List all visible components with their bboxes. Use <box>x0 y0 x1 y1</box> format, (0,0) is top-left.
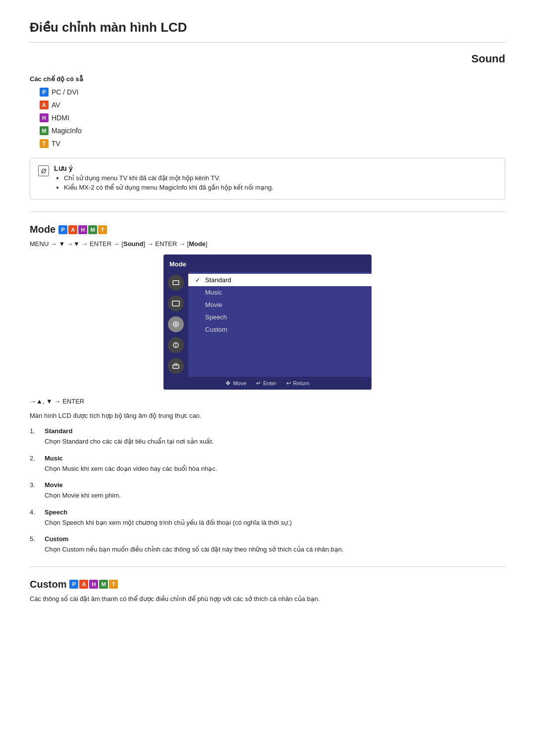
menu-item-custom[interactable]: Custom <box>188 323 372 336</box>
mode-badge-p: P <box>58 225 67 234</box>
menu-item-movie-label: Movie <box>205 301 222 308</box>
menu-item-speech-label: Speech <box>205 313 227 321</box>
mode-badge-t: T <box>98 225 107 234</box>
list-item-speech: 4. Speech Chọn Speech khi bạn xem một ch… <box>30 508 505 528</box>
num-content-custom: Custom Chọn Custom nếu bạn muốn điều chỉ… <box>45 535 344 554</box>
badge-m: M <box>40 126 49 135</box>
custom-badge-h: H <box>89 580 98 589</box>
menu-body: ✓ Standard Music Movie Speech Cust <box>163 272 372 377</box>
menu-item-speech[interactable]: Speech <box>188 311 372 323</box>
menu-item-music[interactable]: Music <box>188 286 372 299</box>
item-desc-custom: Chọn Custom nếu bạn muốn điều chỉnh các … <box>45 545 344 554</box>
list-item-movie: 3. Movie Chọn Movie khi xem phim. <box>30 481 505 501</box>
enter-instruction: →▲, ▼ → ENTER <box>30 398 505 405</box>
menu-screenshot: Mode <box>163 254 372 390</box>
mode-label-magicinfo: MagicInfo <box>52 127 82 135</box>
item-desc-speech: Chọn Speech khi bạn xem một chương trình… <box>45 518 292 528</box>
custom-description: Các thông số cài đặt âm thanh có thể đượ… <box>30 595 505 603</box>
badge-t: T <box>40 139 49 148</box>
mode-label-av: AV <box>52 101 60 109</box>
footer-move-label: Move <box>233 380 246 386</box>
list-item: M MagicInfo <box>40 126 505 135</box>
custom-section-title: Custom P A H M T <box>30 579 505 590</box>
note-bullet-2: Kiểu MX-2 có thể sử dụng menu MagicInfo … <box>64 184 273 191</box>
menu-icon-1 <box>168 275 184 291</box>
return-icon: ↩ <box>286 380 291 387</box>
mode-label-tv: TV <box>52 140 60 148</box>
badge-h: H <box>40 113 49 122</box>
mode-badge-h: H <box>78 225 87 234</box>
list-item-custom: 5. Custom Chọn Custom nếu bạn muốn điều … <box>30 535 505 554</box>
page-title: Điều chỉnh màn hình LCD <box>30 20 505 43</box>
menu-footer: ❖ Move ↵ Enter ↩ Return <box>163 377 372 390</box>
footer-enter-label: Enter <box>263 380 276 386</box>
list-item: T TV <box>40 139 505 148</box>
note-bullets-list: Chỉ sử dụng menu TV khi đã cài đặt một h… <box>54 174 273 191</box>
list-item: H HDMI <box>40 113 505 122</box>
num-2: 2. <box>30 454 40 474</box>
checkmark-standard: ✓ <box>194 277 201 284</box>
num-content-music: Music Chọn Music khi xem các đoạn video … <box>45 454 217 474</box>
mode-label-pc: PC / DVI <box>52 88 78 96</box>
badge-p: P <box>40 88 49 97</box>
footer-move: ❖ Move <box>225 380 246 387</box>
divider-1 <box>30 211 505 212</box>
num-content-standard: Standard Chọn Standard cho các cài đặt t… <box>45 427 214 447</box>
list-item: A AV <box>40 101 505 109</box>
menu-icon-5 <box>168 358 184 374</box>
svg-point-3 <box>175 323 177 325</box>
available-modes-list: P PC / DVI A AV H HDMI M MagicInfo T TV <box>30 88 505 148</box>
menu-item-standard[interactable]: ✓ Standard <box>188 274 372 286</box>
item-title-custom: Custom <box>45 535 344 543</box>
menu-icon-4 <box>168 337 184 353</box>
svg-rect-1 <box>172 301 179 306</box>
mode-badge-a: A <box>68 225 77 234</box>
menu-item-custom-label: Custom <box>205 326 227 333</box>
note-content: Lưu ý Chỉ sử dụng menu TV khi đã cài đặt… <box>54 164 273 193</box>
custom-badge-m: M <box>99 580 108 589</box>
num-content-speech: Speech Chọn Speech khi bạn xem một chươn… <box>45 508 292 528</box>
menu-screenshot-title: Mode <box>163 258 372 272</box>
custom-badge-p: P <box>69 580 78 589</box>
menu-item-music-label: Music <box>205 289 222 296</box>
custom-title-text: Custom <box>30 579 66 590</box>
num-4: 4. <box>30 508 40 528</box>
menu-item-movie[interactable]: Movie <box>188 299 372 311</box>
available-modes-heading: Các chế độ có sẵ <box>30 75 505 83</box>
item-title-movie: Movie <box>45 481 121 489</box>
item-desc-movie: Chọn Movie khi xem phim. <box>45 491 121 501</box>
svg-rect-0 <box>173 281 179 285</box>
note-box: Ø Lưu ý Chỉ sử dụng menu TV khi đã cài đ… <box>30 158 505 200</box>
menu-options-col: ✓ Standard Music Movie Speech Cust <box>188 272 372 377</box>
item-title-speech: Speech <box>45 508 292 516</box>
note-icon: Ø <box>38 165 49 176</box>
custom-section: Custom P A H M T Các thông số cài đặt âm… <box>30 579 505 603</box>
item-title-music: Music <box>45 454 217 462</box>
mode-description: Màn hình LCD được tích hợp bộ tăng âm độ… <box>30 412 505 419</box>
custom-badge-a: A <box>79 580 88 589</box>
menu-path-sound: Sound <box>123 240 143 248</box>
list-item-standard: 1. Standard Chọn Standard cho các cài đặ… <box>30 427 505 447</box>
sound-label: Sound <box>30 52 505 65</box>
custom-badges: P A H M T <box>69 580 118 589</box>
mode-badges: P A H M T <box>58 225 107 234</box>
num-1: 1. <box>30 427 40 447</box>
numbered-items-list: 1. Standard Chọn Standard cho các cài đặ… <box>30 427 505 554</box>
footer-enter: ↵ Enter <box>256 380 276 387</box>
item-title-standard: Standard <box>45 427 214 435</box>
note-title: Lưu ý <box>54 164 273 172</box>
item-desc-standard: Chọn Standard cho các cài đặt tiêu chuẩn… <box>45 437 214 447</box>
menu-path: MENU → ▼ →▼ → ENTER → [Sound] → ENTER → … <box>30 240 505 248</box>
mode-label-hdmi: HDMI <box>52 114 69 122</box>
footer-return-label: Return <box>293 380 310 386</box>
num-5: 5. <box>30 535 40 554</box>
mode-section: Mode P A H M T MENU → ▼ →▼ → ENTER → [So… <box>30 224 505 554</box>
menu-icon-2 <box>168 296 184 311</box>
menu-path-mode: Mode <box>189 240 206 248</box>
badge-a: A <box>40 101 49 109</box>
menu-item-standard-label: Standard <box>205 276 231 284</box>
item-desc-music: Chọn Music khi xem các đoạn video hay cá… <box>45 464 217 474</box>
note-bullet-1: Chỉ sử dụng menu TV khi đã cài đặt một h… <box>64 174 273 182</box>
enter-icon: ↵ <box>256 380 261 387</box>
footer-return: ↩ Return <box>286 380 310 387</box>
